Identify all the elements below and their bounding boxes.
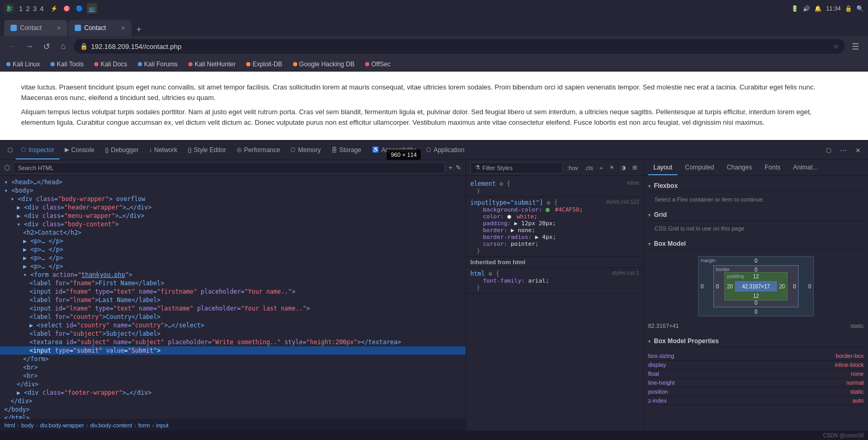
select-element-button[interactable]: ⬡: [4, 164, 10, 172]
bookmark-nethunter[interactable]: Kali NetHunter: [186, 59, 238, 69]
html-line[interactable]: ▶ <p>… </p>: [0, 245, 466, 254]
devtools-tab-performance[interactable]: ◎ Performance: [231, 141, 286, 159]
box-model-header[interactable]: ▾ Box Model: [648, 238, 864, 250]
right-tab-layout[interactable]: Layout: [648, 160, 678, 175]
taskbar-app-3[interactable]: 🔵: [74, 3, 85, 14]
html-content[interactable]: ▾ <head>…</head> ▾ <body> ▾ <div class="…: [0, 176, 466, 419]
box-prop-float: float none: [648, 369, 864, 378]
taskbar-app-4[interactable]: 📺: [87, 3, 97, 14]
more-options-button[interactable]: ⋯: [837, 145, 849, 156]
right-tab-changes[interactable]: Changes: [721, 160, 757, 175]
forward-button[interactable]: →: [23, 42, 36, 51]
kali-icon[interactable]: 🐉: [4, 3, 15, 14]
devtools-tab-debugger[interactable]: {} Debugger: [99, 141, 144, 159]
html-line[interactable]: <br>: [0, 372, 466, 380]
taskbar-app-1[interactable]: ⚡: [49, 3, 59, 14]
html-line[interactable]: <br>: [0, 363, 466, 372]
pick-node-button[interactable]: ✎: [456, 164, 461, 172]
grid-header[interactable]: ▾ Grid: [648, 209, 864, 221]
bookmark-icon-4: [138, 62, 142, 66]
html-line[interactable]: ▾ <body>: [0, 186, 466, 195]
html-line[interactable]: <label for="lname">Last Name</label>: [0, 296, 466, 304]
menu-button[interactable]: ☰: [849, 42, 862, 52]
bookmark-star-icon[interactable]: ☆: [833, 43, 839, 50]
taskbar-app-2[interactable]: 🎯: [62, 3, 72, 14]
workspace-1[interactable]: 1: [19, 5, 23, 13]
bookmark-exploitdb[interactable]: Exploit-DB: [244, 59, 285, 69]
html-line[interactable]: <label for="subject">Subject</label>: [0, 329, 466, 338]
html-line[interactable]: ▶ <div class="header-wrapper">…</div>: [0, 203, 466, 212]
light-theme-button[interactable]: ☀: [607, 163, 617, 172]
html-line[interactable]: </body>: [0, 405, 466, 414]
devtools-tab-inspector[interactable]: ⬡ Inspector: [16, 141, 59, 159]
bookmark-kali-linux[interactable]: Kali Linux: [4, 59, 42, 69]
app-icons-left: 🐉: [4, 3, 15, 14]
workspace-4[interactable]: 4: [40, 5, 44, 13]
html-line[interactable]: ▶ <div class="footer-wrapper">…</div>: [0, 388, 466, 397]
home-button[interactable]: ⌂: [57, 42, 69, 51]
add-rule-button[interactable]: +: [598, 164, 605, 172]
bookmark-kali-tools[interactable]: Kali Tools: [48, 59, 86, 69]
css-prop-border: border: ▶ none;: [477, 227, 639, 234]
html-line[interactable]: ▾ <div class="body-wrapper"> overflow: [0, 195, 466, 203]
hover-toggle[interactable]: :hov: [565, 164, 580, 172]
tab-close-1[interactable]: ✕: [57, 25, 61, 31]
box-model-props-header[interactable]: ▾ Box Model Properties: [648, 335, 864, 347]
devtools-pick-element[interactable]: ⬡: [4, 141, 16, 159]
devtools-tab-application[interactable]: ⬡ Application: [421, 141, 470, 159]
grid-layout-button[interactable]: ⊞: [630, 163, 639, 172]
flexbox-header[interactable]: ▾ Flexbox: [648, 180, 864, 192]
html-line[interactable]: <h2>Contact</h2>: [0, 228, 466, 237]
html-line[interactable]: ▾ <div class="body-content">: [0, 220, 466, 228]
html-line[interactable]: </div>: [0, 380, 466, 388]
html-line[interactable]: ▶ <p>… </p>: [0, 262, 466, 271]
back-button[interactable]: ←: [6, 42, 19, 51]
right-tab-animate[interactable]: Animat…: [788, 160, 824, 175]
html-line[interactable]: ▶ <select id="country" name="country">…<…: [0, 321, 466, 329]
tab-2[interactable]: Contact ✕: [68, 20, 132, 36]
devtools-tab-network[interactable]: ↕ Network: [144, 141, 183, 159]
html-line[interactable]: ▾ <form action="thankyou.php">: [0, 271, 466, 279]
close-devtools-button[interactable]: ✕: [852, 145, 864, 156]
bookmark-kali-forums[interactable]: Kali Forums: [136, 59, 180, 69]
devtools-tab-console[interactable]: ▶ Console: [59, 141, 99, 159]
flexbox-caret: ▾: [648, 183, 651, 189]
html-line[interactable]: <input id="fname" type="text" name="firs…: [0, 287, 466, 296]
html-line[interactable]: <label for="country">Country</label>: [0, 313, 466, 321]
html-search[interactable]: Search HTML: [13, 162, 445, 174]
html-line-selected[interactable]: <input type="submit" value="Submit">: [0, 346, 466, 355]
bookmark-offsec[interactable]: OffSec: [363, 59, 392, 69]
right-tab-computed[interactable]: Computed: [680, 160, 719, 175]
workspace-3[interactable]: 3: [33, 5, 36, 13]
add-node-button[interactable]: +: [448, 164, 452, 172]
dark-theme-button[interactable]: ◑: [619, 163, 628, 172]
html-line[interactable]: </html>: [0, 414, 466, 419]
detach-button[interactable]: ⬡: [823, 145, 834, 156]
devtools-tab-storage[interactable]: 🗄 Storage: [326, 141, 367, 159]
html-line[interactable]: </form>: [0, 355, 466, 363]
devtools-tab-accessibility[interactable]: ♿ Accessibility: [367, 141, 421, 159]
reload-button[interactable]: ↺: [40, 42, 53, 52]
workspace-2[interactable]: 2: [26, 5, 29, 13]
html-line[interactable]: ▶ <p>… </p>: [0, 254, 466, 262]
bookmark-kali-docs[interactable]: Kali Docs: [92, 59, 129, 69]
html-line[interactable]: <input id="lname" type="text" name="last…: [0, 304, 466, 313]
html-line[interactable]: <label for="fname">First Name</label>: [0, 279, 466, 287]
html-line[interactable]: </div>: [0, 397, 466, 405]
html-line[interactable]: ▶ <p>… </p>: [0, 237, 466, 245]
right-tab-fonts[interactable]: Fonts: [759, 160, 785, 175]
filter-styles-input[interactable]: ⚗ Filter Styles: [470, 162, 563, 174]
color-swatch[interactable]: [546, 208, 550, 212]
address-bar[interactable]: 🔒 192.168.209.154//contact.php ☆: [74, 39, 845, 54]
tab-close-2[interactable]: ✕: [121, 25, 125, 31]
html-line[interactable]: <textarea id="subject" name="subject" pl…: [0, 338, 466, 346]
devtools-tab-style-editor[interactable]: {} Style Editor: [183, 141, 231, 159]
tab-1[interactable]: Contact ✕: [4, 20, 67, 36]
color-swatch-white[interactable]: [507, 215, 511, 219]
new-tab-button[interactable]: +: [133, 23, 145, 36]
devtools-tab-memory[interactable]: ⬡ Memory: [285, 141, 326, 159]
class-toggle[interactable]: .cls: [582, 164, 596, 172]
bookmark-ghdb[interactable]: Google Hacking DB: [291, 59, 357, 69]
html-line[interactable]: ▾ <head>…</head>: [0, 178, 466, 186]
html-line[interactable]: ▶ <div class="menu-wrapper">…</div>: [0, 212, 466, 220]
